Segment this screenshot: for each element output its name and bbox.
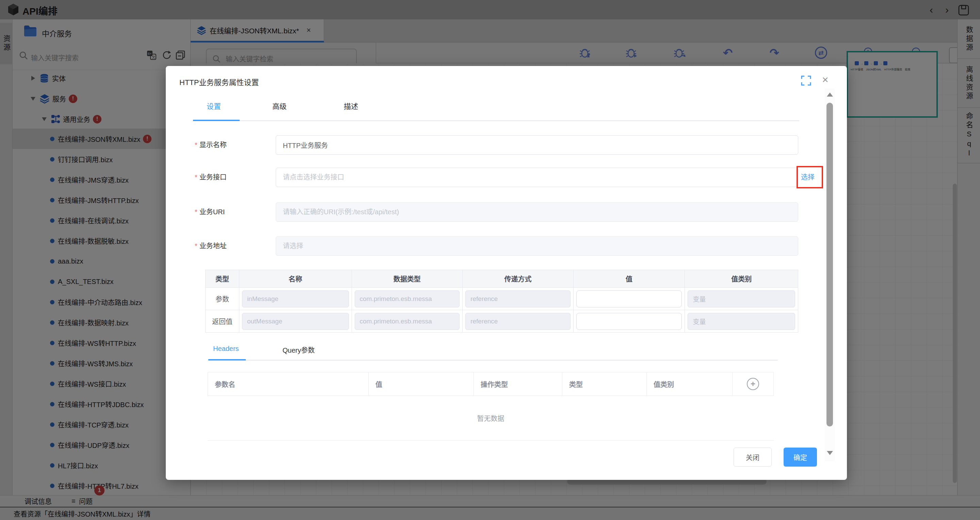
required-marker: *	[195, 173, 197, 181]
param-type: 参数	[215, 294, 229, 304]
column-header: 类型	[205, 270, 239, 288]
tab-advanced[interactable]: 高级	[272, 101, 286, 111]
field-label: 业务URI	[199, 208, 225, 216]
field-label: 业务地址	[199, 242, 227, 250]
column-header: 操作类型	[474, 373, 562, 396]
tab-query-params[interactable]: Query参数	[283, 345, 315, 355]
param-name-field: outMessage	[242, 313, 349, 330]
active-tab-underline	[193, 120, 240, 121]
required-marker: *	[195, 242, 197, 250]
column-header: 值	[369, 373, 474, 396]
param-passmode-field: reference	[465, 290, 571, 308]
params-table: 类型 名称 数据类型 传递方式 值 值类别 参数 inMessage com.p…	[205, 270, 798, 333]
field-label: 显示名称	[199, 141, 227, 149]
column-header: 值类别	[647, 373, 733, 396]
param-value-input[interactable]	[576, 290, 682, 308]
field-label: 业务接口	[199, 173, 227, 181]
param-datatype-field: com.primeton.esb.messa	[355, 313, 460, 330]
uri-input[interactable]	[276, 202, 798, 222]
close-icon[interactable]: ×	[822, 73, 829, 86]
tab-divider	[193, 120, 799, 121]
tab-headers[interactable]: Headers	[213, 345, 239, 353]
param-passmode-field: reference	[465, 313, 571, 330]
confirm-button[interactable]: 确定	[784, 447, 817, 467]
tab-description[interactable]: 描述	[344, 101, 358, 111]
param-value-input[interactable]	[576, 313, 682, 330]
dialog-title: HTTP业务服务属性设置	[180, 76, 259, 87]
headers-table-header: 参数名 值 操作类型 类型 值类别 +	[208, 372, 774, 396]
display-name-input[interactable]	[276, 135, 798, 155]
table-row: 返回值 outMessage com.primeton.esb.messa re…	[205, 310, 798, 333]
form-row-uri: *业务URI	[166, 202, 847, 222]
scroll-up-icon[interactable]	[827, 92, 833, 97]
column-header: 参数名	[208, 373, 369, 396]
param-datatype-field: com.primeton.esb.messa	[355, 290, 460, 308]
fullscreen-icon[interactable]	[801, 76, 811, 86]
column-header: 名称	[239, 270, 352, 288]
form-row-interface: *业务接口	[166, 168, 847, 187]
tab-settings[interactable]: 设置	[207, 101, 221, 111]
scroll-down-icon[interactable]	[827, 451, 833, 455]
close-button[interactable]: 关闭	[733, 447, 772, 467]
table-row: 参数 inMessage com.primeton.esb.messa refe…	[205, 288, 798, 310]
scrollbar-thumb[interactable]	[826, 103, 833, 426]
column-header: 类型	[562, 373, 647, 396]
properties-dialog: HTTP业务服务属性设置 × 设置 高级 描述 *显示名称 *业务接口 选择 *…	[166, 66, 847, 480]
form-row-address: *业务地址	[166, 236, 847, 256]
param-name-field: inMessage	[242, 290, 349, 308]
add-row-icon[interactable]: +	[747, 378, 759, 390]
required-marker: *	[195, 141, 197, 149]
active-subtab-underline	[208, 359, 246, 360]
form-row-display-name: *显示名称	[166, 135, 847, 155]
column-header: 值类别	[685, 270, 798, 288]
subtab-divider	[208, 360, 778, 360]
required-marker: *	[195, 208, 197, 216]
param-valuekind-field: 变量	[687, 290, 795, 308]
annotation-highlight-box	[797, 166, 823, 189]
empty-state-text: 暂无数据	[208, 396, 774, 441]
param-type: 返回值	[212, 316, 232, 326]
interface-input[interactable]	[276, 168, 798, 187]
column-header: 值	[574, 270, 685, 288]
headers-table: 参数名 值 操作类型 类型 值类别 + 暂无数据	[208, 372, 774, 441]
address-input[interactable]	[276, 236, 798, 256]
column-header: 数据类型	[352, 270, 463, 288]
column-header: 传递方式	[463, 270, 574, 288]
param-valuekind-field: 变量	[687, 313, 795, 330]
modal-scrollbar[interactable]	[825, 89, 835, 461]
params-table-header: 类型 名称 数据类型 传递方式 值 值类别	[205, 270, 798, 288]
